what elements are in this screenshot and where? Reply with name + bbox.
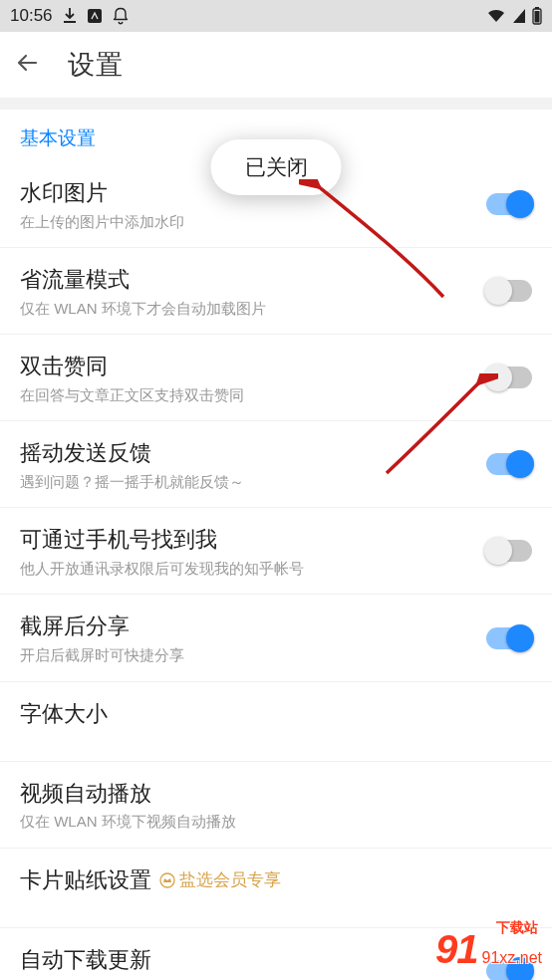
setting-sub: 在回答与文章正文区支持双击赞同 <box>20 385 462 405</box>
app-root: 10:56 设置 <box>0 0 552 980</box>
page-title: 设置 <box>68 47 124 83</box>
section-divider <box>0 98 552 110</box>
setting-sub: 他人开放通讯录权限后可发现我的知乎帐号 <box>20 559 462 579</box>
switch-findphone[interactable] <box>486 540 532 562</box>
setting-title: 字体大小 <box>20 700 462 729</box>
setting-doubletap[interactable]: 双击赞同 在回答与文章正文区支持双击赞同 <box>0 335 552 421</box>
setting-autodl[interactable]: 自动下载更新 仅 WLAN 环境下会自动下载 <box>0 928 552 980</box>
setting-sub: 仅在 WLAN 环境下才会自动加载图片 <box>20 299 462 319</box>
arrow-left-icon <box>16 51 40 75</box>
setting-title: 截屏后分享 <box>20 612 462 641</box>
switch-shake[interactable] <box>486 453 532 475</box>
setting-sub: 在上传的图片中添加水印 <box>20 212 462 232</box>
svg-rect-3 <box>535 11 540 23</box>
switch-autodl[interactable] <box>486 960 532 980</box>
setting-shake[interactable]: 摇动发送反馈 遇到问题？摇一摇手机就能反馈～ <box>0 421 552 508</box>
setting-title: 双击赞同 <box>20 353 462 381</box>
switch-doubletap[interactable] <box>486 367 532 388</box>
status-bar: 10:56 <box>0 0 552 32</box>
vip-badge: 盐选会员专享 <box>159 868 281 891</box>
battery-icon <box>532 7 542 25</box>
app-bar: 设置 <box>0 32 552 98</box>
notification-icon <box>113 7 129 25</box>
setting-title: 省流量模式 <box>20 266 462 295</box>
setting-title: 可通过手机号找到我 <box>20 526 462 555</box>
setting-datasaver[interactable]: 省流量模式 仅在 WLAN 环境下才会自动加载图片 <box>0 248 552 335</box>
setting-title: 自动下载更新 <box>20 946 462 975</box>
crown-icon <box>159 872 175 888</box>
setting-sticker[interactable]: 卡片贴纸设置 盐选会员专享 <box>0 849 552 928</box>
setting-title: 摇动发送反馈 <box>20 439 462 468</box>
switch-watermark[interactable] <box>486 193 532 215</box>
setting-title: 视频自动播放 <box>20 780 462 809</box>
status-time: 10:56 <box>10 6 53 26</box>
switch-datasaver[interactable] <box>486 280 532 302</box>
setting-sub: 仅在 WLAN 环境下视频自动播放 <box>20 812 462 832</box>
svg-rect-0 <box>88 9 102 23</box>
setting-sub: 开启后截屏时可快捷分享 <box>20 645 462 665</box>
setting-shotshare[interactable]: 截屏后分享 开启后截屏时可快捷分享 <box>0 595 552 681</box>
signal-icon <box>512 8 526 24</box>
wifi-icon <box>486 8 506 24</box>
download-icon <box>63 8 77 24</box>
toast: 已关闭 <box>211 139 342 195</box>
app-badge-icon <box>87 8 103 24</box>
vip-badge-text: 盐选会员专享 <box>179 868 281 891</box>
setting-autoplay[interactable]: 视频自动播放 仅在 WLAN 环境下视频自动播放 <box>0 762 552 849</box>
switch-shotshare[interactable] <box>486 627 532 649</box>
status-right <box>486 7 542 25</box>
setting-fontsize[interactable]: 字体大小 <box>0 682 552 762</box>
setting-title: 卡片贴纸设置 <box>20 866 151 895</box>
status-left: 10:56 <box>10 6 129 26</box>
setting-sub: 遇到问题？摇一摇手机就能反馈～ <box>20 472 462 492</box>
back-button[interactable] <box>16 51 40 79</box>
setting-findphone[interactable]: 可通过手机号找到我 他人开放通讯录权限后可发现我的知乎帐号 <box>0 508 552 595</box>
